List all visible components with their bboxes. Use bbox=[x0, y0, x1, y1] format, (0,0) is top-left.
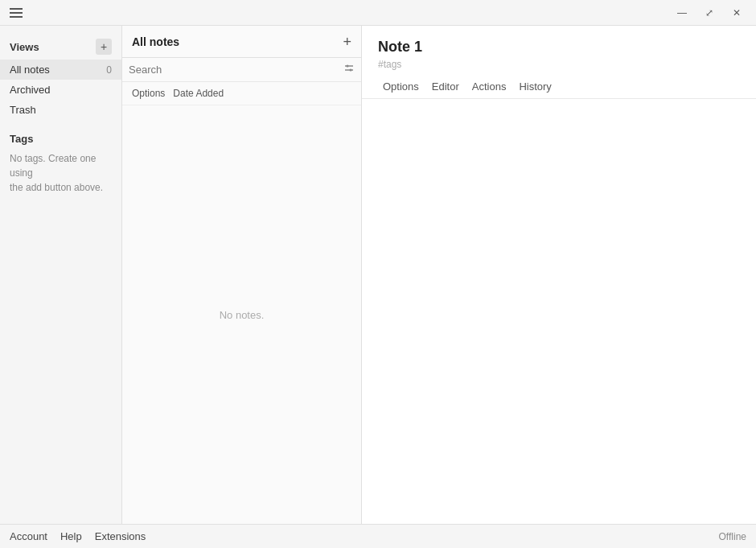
notes-panel-header: All notes + bbox=[122, 26, 361, 58]
main-layout: Views + All notes 0 Archived Trash Tags … bbox=[0, 26, 756, 524]
extensions-button[interactable]: Extensions bbox=[95, 529, 146, 544]
bottom-bar: Account Help Extensions Offline bbox=[0, 524, 756, 548]
sidebar-content: Views + All notes 0 Archived Trash Tags … bbox=[0, 26, 121, 524]
note-tags: #tags bbox=[378, 59, 740, 70]
maximize-button[interactable]: ⤢ bbox=[696, 3, 722, 23]
notes-search-bar bbox=[122, 58, 361, 82]
tags-section: Tags No tags. Create one using the add b… bbox=[0, 120, 121, 196]
options-button[interactable]: Options bbox=[130, 87, 166, 100]
bottom-bar-left: Account Help Extensions bbox=[10, 529, 146, 544]
date-added-label: Date Added bbox=[173, 88, 224, 99]
editor-toolbar: Options Editor Actions History bbox=[362, 75, 756, 99]
close-button[interactable]: ✕ bbox=[724, 3, 750, 23]
options-tab[interactable]: Options bbox=[378, 78, 424, 95]
all-notes-count: 0 bbox=[106, 64, 112, 76]
help-button[interactable]: Help bbox=[60, 529, 82, 544]
minimize-button[interactable]: — bbox=[669, 3, 695, 23]
svg-point-3 bbox=[350, 69, 352, 72]
sidebar-item-all-notes[interactable]: All notes 0 bbox=[0, 60, 121, 80]
filter-icon[interactable] bbox=[343, 63, 355, 76]
views-label: Views bbox=[10, 41, 39, 53]
all-notes-label: All notes bbox=[10, 64, 50, 76]
add-note-button[interactable]: + bbox=[343, 35, 351, 49]
add-view-button[interactable]: + bbox=[96, 39, 112, 55]
trash-label: Trash bbox=[10, 104, 36, 116]
editor-panel: Note 1 #tags Options Editor Actions Hist… bbox=[362, 26, 756, 524]
tags-label: Tags bbox=[0, 130, 121, 150]
archived-label: Archived bbox=[10, 84, 51, 96]
menu-icon[interactable] bbox=[6, 5, 26, 21]
actions-tab[interactable]: Actions bbox=[467, 78, 512, 95]
editor-tab[interactable]: Editor bbox=[427, 78, 464, 95]
notes-panel-title: All notes bbox=[132, 35, 179, 48]
views-section-header: Views + bbox=[0, 35, 121, 60]
notes-panel: All notes + Options Date Added No notes. bbox=[122, 26, 362, 524]
history-tab[interactable]: History bbox=[514, 78, 556, 95]
search-input[interactable] bbox=[129, 64, 339, 76]
editor-content[interactable] bbox=[362, 99, 756, 524]
notes-toolbar: Options Date Added bbox=[122, 82, 361, 105]
tags-empty-text: No tags. Create one using the add button… bbox=[0, 150, 121, 196]
titlebar: — ⤢ ✕ bbox=[0, 0, 756, 26]
sidebar-item-archived[interactable]: Archived bbox=[0, 80, 121, 100]
account-button[interactable]: Account bbox=[10, 529, 47, 544]
svg-point-1 bbox=[347, 65, 349, 68]
titlebar-left bbox=[6, 5, 26, 21]
status-label: Offline bbox=[719, 531, 746, 542]
sidebar: Views + All notes 0 Archived Trash Tags … bbox=[0, 26, 122, 524]
note-title: Note 1 bbox=[378, 39, 740, 56]
window-controls: — ⤢ ✕ bbox=[669, 3, 750, 23]
notes-empty-state: No notes. bbox=[122, 105, 361, 524]
editor-header: Note 1 #tags bbox=[362, 26, 756, 75]
sidebar-item-trash[interactable]: Trash bbox=[0, 100, 121, 120]
